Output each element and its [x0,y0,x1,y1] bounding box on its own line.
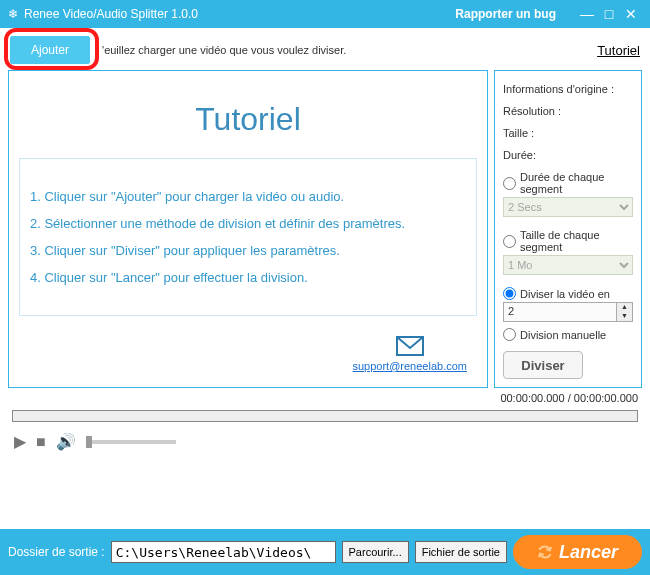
app-icon: ❄ [8,7,18,21]
seek-area [0,404,650,426]
close-button[interactable]: ✕ [620,6,642,22]
app-window: ❄ Renee Video/Audio Splitter 1.0.0 Rappo… [0,0,650,575]
mail-icon [396,342,424,359]
opt-size-label: Taille de chaque segment [520,229,633,253]
size-label: Taille : [503,127,633,139]
titlebar: ❄ Renee Video/Audio Splitter 1.0.0 Rappo… [0,0,650,28]
tutorial-steps-box: 1. Cliquer sur "Ajouter" pour charger la… [19,158,477,316]
report-bug-link[interactable]: Rapporter un bug [455,7,556,21]
launch-button[interactable]: Lancer [513,535,642,569]
tutorial-step: 1. Cliquer sur "Ajouter" pour charger la… [30,189,466,204]
opt-duration-label: Durée de chaque segment [520,171,633,195]
volume-slider[interactable] [86,440,176,444]
output-label: Dossier de sortie : [8,545,105,559]
opt-manual[interactable]: Division manuelle [503,328,633,341]
opt-manual-label: Division manuelle [520,329,606,341]
divide-button[interactable]: Diviser [503,351,583,379]
opt-duration[interactable]: Durée de chaque segment [503,171,633,195]
opt-size-radio[interactable] [503,235,516,248]
browse-button[interactable]: Parcourir... [342,541,409,563]
open-output-button[interactable]: Fichier de sortie [415,541,507,563]
tutorial-step: 2. Sélectionner une méthode de division … [30,216,466,231]
opt-manual-radio[interactable] [503,328,516,341]
opt-size[interactable]: Taille de chaque segment [503,229,633,253]
app-title: Renee Video/Audio Splitter 1.0.0 [24,7,198,21]
duration-select[interactable]: 2 Secs [503,197,633,217]
opt-split-label: Diviser la vidéo en [520,288,610,300]
support-email-link[interactable]: support@reneelab.com [352,360,467,372]
support-block: support@reneelab.com [352,336,467,372]
options-pane: Informations d'origine : Résolution : Ta… [494,70,642,388]
output-path-input[interactable] [111,541,336,563]
launch-label: Lancer [559,542,618,563]
opt-split-radio[interactable] [503,287,516,300]
spin-up-icon[interactable]: ▲ [617,303,632,312]
main-area: Tutoriel 1. Cliquer sur "Ajouter" pour c… [0,70,650,388]
stop-icon[interactable]: ■ [36,433,46,451]
info-header: Informations d'origine : [503,83,633,95]
tutorial-link[interactable]: Tutoriel [597,43,640,58]
size-select[interactable]: 1 Mo [503,255,633,275]
spin-down-icon[interactable]: ▼ [617,312,632,321]
maximize-button[interactable]: □ [598,6,620,22]
playback-controls: ▶ ■ 🔊 [0,426,650,457]
add-button[interactable]: Ajouter [10,36,90,64]
seek-bar[interactable] [12,410,638,422]
split-count-stepper[interactable]: 2 ▲▼ [503,302,633,322]
tutorial-step: 3. Cliquer sur "Diviser" pour appliquer … [30,243,466,258]
toolbar: Ajouter 'euillez charger une vidéo que v… [0,28,650,70]
tutorial-step: 4. Cliquer sur "Lancer" pour effectuer l… [30,270,466,285]
tutorial-pane: Tutoriel 1. Cliquer sur "Ajouter" pour c… [8,70,488,388]
refresh-icon [535,542,556,563]
opt-split[interactable]: Diviser la vidéo en [503,287,633,300]
volume-icon[interactable]: 🔊 [56,432,76,451]
split-count-value: 2 [504,303,616,321]
time-display: 00:00:00.000 / 00:00:00.000 [0,388,650,404]
play-icon[interactable]: ▶ [14,432,26,451]
toolbar-instruction: 'euillez charger une vidéo que vous voul… [102,44,346,56]
duration-label: Durée: [503,149,633,161]
resolution-label: Résolution : [503,105,633,117]
footer: Dossier de sortie : Parcourir... Fichier… [0,529,650,575]
minimize-button[interactable]: — [576,6,598,22]
tutorial-heading: Tutoriel [195,101,301,138]
opt-duration-radio[interactable] [503,177,516,190]
